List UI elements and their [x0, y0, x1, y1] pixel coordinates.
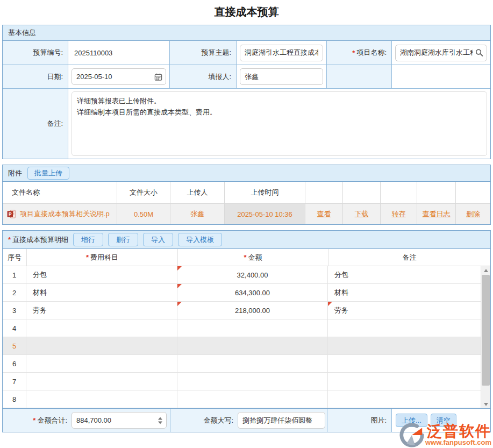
import-template-button[interactable]: 导入模板 [178, 233, 222, 247]
table-row[interactable]: 7 [3, 373, 481, 390]
required-asterisk: * [86, 253, 89, 261]
col-action-2 [342, 182, 380, 204]
attachment-file-size: 0.50M [117, 204, 170, 224]
col-file-size: 文件大小 [117, 182, 170, 204]
svg-text:P: P [9, 211, 12, 217]
image-buttons-cell: 上传... 清空 [391, 409, 490, 432]
attachments-table-header: 文件名称 文件大小 上传人 上传时间 [3, 182, 490, 204]
basic-info-header: 基本信息 [3, 25, 490, 41]
delete-link[interactable]: 删除 [466, 209, 480, 219]
number-stepper[interactable] [158, 417, 162, 424]
empty-value-cell [391, 65, 490, 88]
import-button[interactable]: 导入 [143, 233, 173, 247]
attachments-header: 附件 批量上传 [3, 165, 490, 182]
subject-cell [236, 41, 326, 65]
col-action-1 [305, 182, 342, 204]
basic-info-row-2: 日期: 填报人: [3, 65, 490, 88]
table-row[interactable]: 3 劳务 218,000.00 劳务 [3, 302, 481, 319]
basic-info-row-3: 备注: 详细预算报表已上传附件。 详细编制本项目所需的直接成本类型、费用。 [3, 88, 490, 159]
required-asterisk: * [244, 253, 246, 261]
detail-table-header: 序号 *费用科目 *金额 备注 [3, 249, 490, 266]
subject-label: 预算主题: [169, 41, 236, 65]
cell-edited-marker [328, 302, 332, 306]
detail-title: *直接成本预算明细 [8, 235, 68, 245]
cell-edited-marker [177, 266, 182, 271]
attachment-file-name[interactable]: 项目直接成本预算相关说明.p [20, 209, 110, 219]
table-row[interactable]: 4 [3, 319, 481, 337]
watermark-url: www.fanpusoft.com [425, 439, 491, 446]
col-subject: *费用科目 [26, 249, 177, 266]
basic-info-title: 基本信息 [8, 28, 36, 38]
detail-table-body: 1 分包 32,400.00 分包 2 材料 634,300.00 材料 3 劳… [3, 266, 490, 408]
view-log-link[interactable]: 查看日志 [423, 209, 451, 219]
table-row-selected[interactable]: 5 [3, 337, 481, 355]
attachment-upload-time: 2025-05-10 10:36 [224, 204, 305, 224]
reporter-label: 填报人: [169, 65, 236, 88]
col-uploader: 上传人 [170, 182, 224, 204]
scroll-up-arrow[interactable] [481, 266, 490, 274]
reporter-cell [236, 65, 326, 88]
remark-cell: 详细预算报表已上传附件。 详细编制本项目所需的直接成本类型、费用。 [68, 88, 490, 159]
project-label: *项目名称: [326, 41, 391, 65]
budget-no-label: 预算编号: [3, 41, 68, 65]
total-amount-section: *金额合计: [3, 409, 170, 432]
attachment-row: P 项目直接成本预算相关说明.p 0.50M 张鑫 2025-05-10 10:… [3, 204, 490, 224]
table-row[interactable]: 6 [3, 355, 481, 373]
add-row-button[interactable]: 增行 [73, 233, 103, 247]
remark-textarea[interactable]: 详细预算报表已上传附件。 详细编制本项目所需的直接成本类型、费用。 [72, 91, 487, 156]
view-link[interactable]: 查看 [317, 209, 331, 219]
table-row[interactable]: 8 [3, 390, 481, 408]
vertical-scrollbar[interactable] [481, 266, 490, 408]
required-asterisk: * [33, 416, 35, 424]
batch-upload-button[interactable]: 批量上传 [27, 167, 69, 180]
attachments-title: 附件 [8, 168, 22, 178]
cell-edited-marker [177, 302, 182, 306]
upload-image-button[interactable]: 上传... [396, 414, 427, 428]
project-name-input[interactable] [395, 45, 487, 61]
col-action-4 [417, 182, 455, 204]
amount-caps-label: 金额大写: [170, 416, 234, 425]
ppt-file-icon: P [7, 210, 17, 218]
required-asterisk: * [352, 49, 355, 57]
search-icon[interactable] [475, 49, 483, 57]
image-label-cell: 图片: [327, 409, 391, 432]
required-asterisk: * [8, 236, 11, 244]
scroll-down-arrow[interactable] [481, 400, 490, 408]
col-no: 序号 [3, 249, 26, 266]
date-label: 日期: [3, 65, 68, 88]
attachments-panel: 附件 批量上传 文件名称 文件大小 上传人 上传时间 P 项目直接成本预算相关说… [2, 165, 491, 225]
amount-caps-input[interactable] [238, 412, 325, 429]
delete-row-button[interactable]: 删行 [108, 233, 138, 247]
remark-label: 备注: [3, 88, 68, 159]
col-remark: 备注 [328, 249, 490, 266]
amount-caps-section: 金额大写: [170, 409, 327, 432]
project-cell [391, 41, 490, 65]
date-cell [68, 65, 169, 88]
reporter-input[interactable] [240, 68, 323, 85]
col-upload-time: 上传时间 [224, 182, 305, 204]
basic-info-panel: 基本信息 预算编号: 2025110003 预算主题: *项目名称: 日期: 填… [2, 25, 491, 159]
download-link[interactable]: 下载 [355, 209, 369, 219]
scrollbar-thumb[interactable] [482, 275, 490, 386]
attachment-file-cell: P 项目直接成本预算相关说明.p [3, 204, 117, 224]
date-input[interactable] [72, 68, 166, 85]
clear-image-button[interactable]: 清空 [431, 414, 456, 428]
page-title: 直接成本预算 [0, 0, 493, 25]
col-action-3 [380, 182, 417, 204]
image-label: 图片: [370, 416, 387, 425]
calendar-icon[interactable] [154, 73, 162, 81]
detail-panel: *直接成本预算明细 增行 删行 导入 导入模板 序号 *费用科目 *金额 备注 … [2, 230, 491, 432]
col-amount: *金额 [177, 249, 328, 266]
table-row[interactable]: 1 分包 32,400.00 分包 [3, 266, 481, 284]
col-action-5 [455, 182, 490, 204]
budget-no-value: 2025110003 [68, 41, 169, 65]
save-as-link[interactable]: 转存 [392, 209, 406, 219]
total-amount-label: *金额合计: [3, 416, 68, 425]
detail-rows: 1 分包 32,400.00 分包 2 材料 634,300.00 材料 3 劳… [3, 266, 481, 408]
subject-input[interactable] [240, 45, 323, 61]
total-amount-input[interactable] [72, 412, 167, 429]
detail-footer: *金额合计: 金额大写: 图片: 上传... 清空 [3, 408, 490, 432]
table-row[interactable]: 2 材料 634,300.00 材料 [3, 284, 481, 302]
cell-edited-marker [177, 284, 182, 288]
basic-info-row-1: 预算编号: 2025110003 预算主题: *项目名称: [3, 41, 490, 65]
